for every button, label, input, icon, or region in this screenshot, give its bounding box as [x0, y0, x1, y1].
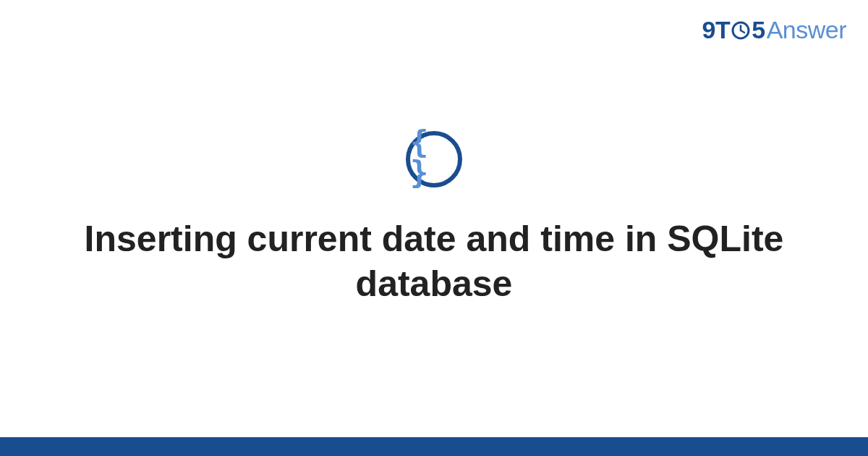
footer-accent-bar	[0, 437, 868, 456]
code-braces-icon: { }	[406, 131, 462, 187]
braces-glyph: { }	[410, 127, 458, 188]
page-title: Inserting current date and time in SQLit…	[72, 216, 796, 307]
main-content: { } Inserting current date and time in S…	[0, 0, 868, 437]
